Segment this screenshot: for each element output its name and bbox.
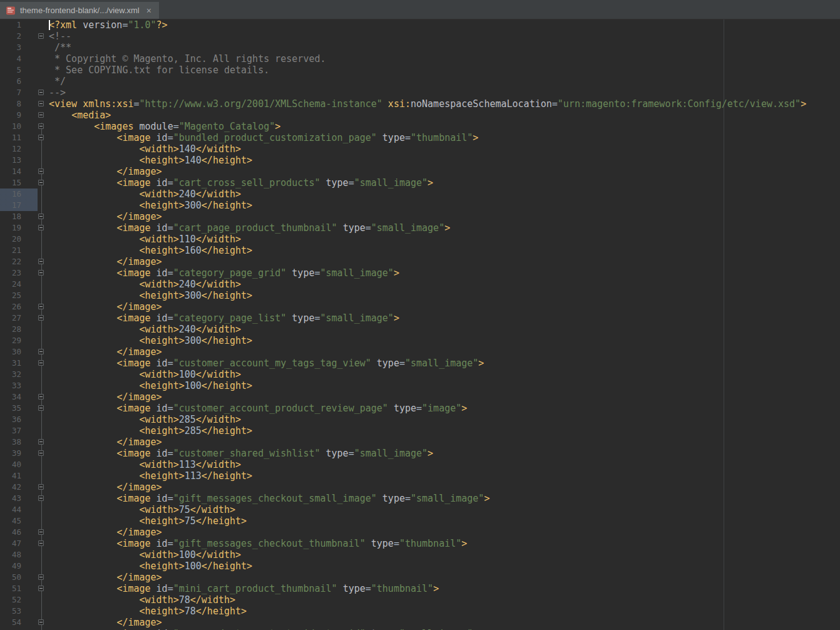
- code-line[interactable]: </image>: [49, 301, 840, 312]
- code-line[interactable]: <!--: [49, 31, 840, 42]
- fold-marker-icon[interactable]: [38, 538, 45, 549]
- line-number: 20: [0, 234, 21, 245]
- code-line[interactable]: <width>78</width>: [49, 594, 840, 606]
- tab-view-xml[interactable]: theme-frontend-blank/.../view.xml ×: [0, 2, 159, 19]
- fold-marker-icon[interactable]: [38, 527, 45, 538]
- code-line[interactable]: <width>240</width>: [49, 279, 840, 290]
- fold-marker-icon[interactable]: [38, 267, 45, 279]
- code-line[interactable]: <height>100</height>: [49, 380, 840, 391]
- code-line[interactable]: <image id="category_page_list" type="sma…: [49, 312, 840, 324]
- fold-marker-icon[interactable]: [38, 87, 45, 98]
- code-line[interactable]: <width>240</width>: [49, 188, 840, 200]
- fold-marker-icon[interactable]: [38, 572, 45, 583]
- code-line[interactable]: <width>285</width>: [49, 414, 840, 425]
- fold-marker-icon[interactable]: [38, 301, 45, 312]
- code-line[interactable]: <?xml version="1.0"?>: [49, 19, 840, 31]
- code-line[interactable]: <image id="customer_shared_wishlist" typ…: [49, 448, 840, 459]
- code-line[interactable]: -->: [49, 87, 840, 98]
- code-line[interactable]: </image>: [49, 482, 840, 493]
- fold-marker-icon[interactable]: [38, 436, 45, 448]
- line-number: 52: [0, 594, 21, 606]
- code-line[interactable]: <image id="cart_cross_sell_products" typ…: [49, 177, 840, 188]
- code-line[interactable]: <height>300</height>: [49, 335, 840, 346]
- code-line[interactable]: <image id="customer_account_my_tags_tag_…: [49, 358, 840, 369]
- fold-spacer: [38, 155, 45, 166]
- code-line[interactable]: <height>140</height>: [49, 155, 840, 166]
- code-line[interactable]: <image id="mini_cart_product_thumbnail" …: [49, 583, 840, 594]
- code-line[interactable]: */: [49, 76, 840, 87]
- fold-spacer: [38, 324, 45, 335]
- code-area[interactable]: <?xml version="1.0"?><!-- /** * Copyrigh…: [49, 19, 840, 630]
- fold-marker-icon[interactable]: [38, 31, 45, 42]
- fold-marker-icon[interactable]: [38, 121, 45, 132]
- tab-close-icon[interactable]: ×: [146, 6, 151, 15]
- code-line[interactable]: * See COPYING.txt for license details.: [49, 65, 840, 76]
- fold-marker-icon[interactable]: [38, 493, 45, 504]
- code-line[interactable]: </image>: [49, 211, 840, 222]
- fold-marker-icon[interactable]: [38, 98, 45, 110]
- code-line[interactable]: </image>: [49, 346, 840, 358]
- code-line[interactable]: <image id="gift_messages_checkout_small_…: [49, 493, 840, 504]
- fold-marker-icon[interactable]: [38, 222, 45, 234]
- code-line[interactable]: <image id="bundled_product_customization…: [49, 132, 840, 143]
- fold-marker-icon[interactable]: [38, 448, 45, 459]
- fold-spacer: [38, 515, 45, 527]
- code-line[interactable]: <media>: [49, 110, 840, 121]
- code-line[interactable]: </image>: [49, 572, 840, 583]
- fold-marker-icon[interactable]: [38, 132, 45, 143]
- code-line[interactable]: <image id="category_page_grid" type="sma…: [49, 267, 840, 279]
- code-line[interactable]: <width>113</width>: [49, 459, 840, 470]
- code-line[interactable]: <height>300</height>: [49, 200, 840, 211]
- fold-marker-icon[interactable]: [38, 403, 45, 414]
- fold-marker-icon[interactable]: [38, 346, 45, 358]
- code-line[interactable]: </image>: [49, 527, 840, 538]
- code-line[interactable]: <image id="customer_account_product_revi…: [49, 403, 840, 414]
- code-line[interactable]: </image>: [49, 166, 840, 177]
- code-line[interactable]: <image id="cart_page_product_thumbnail" …: [49, 222, 840, 234]
- fold-marker-icon[interactable]: [38, 617, 45, 628]
- code-line[interactable]: <height>113</height>: [49, 470, 840, 482]
- code-line[interactable]: <width>100</width>: [49, 369, 840, 380]
- line-number: 17: [0, 200, 21, 211]
- code-line[interactable]: * Copyright © Magento, Inc. All rights r…: [49, 53, 840, 65]
- fold-marker-icon[interactable]: [38, 583, 45, 594]
- fold-marker-icon[interactable]: [38, 211, 45, 222]
- code-line[interactable]: <height>78</height>: [49, 606, 840, 617]
- code-line[interactable]: <width>240</width>: [49, 324, 840, 335]
- code-line[interactable]: </image>: [49, 617, 840, 628]
- code-line[interactable]: </image>: [49, 391, 840, 403]
- line-number: 32: [0, 369, 21, 380]
- code-line[interactable]: /**: [49, 42, 840, 53]
- code-line[interactable]: <width>100</width>: [49, 549, 840, 560]
- text-caret: [49, 20, 50, 30]
- code-line[interactable]: <width>110</width>: [49, 234, 840, 245]
- code-line[interactable]: <width>75</width>: [49, 504, 840, 515]
- fold-marker-icon[interactable]: [38, 166, 45, 177]
- code-line[interactable]: <images module="Magento_Catalog">: [49, 121, 840, 132]
- line-number: 21: [0, 245, 21, 256]
- code-line[interactable]: <height>100</height>: [49, 560, 840, 572]
- line-number: 38: [0, 436, 21, 448]
- code-line[interactable]: <width>140</width>: [49, 143, 840, 155]
- line-number: 50: [0, 572, 21, 583]
- fold-marker-icon[interactable]: [38, 391, 45, 403]
- fold-spacer: [38, 606, 45, 617]
- code-line[interactable]: </image>: [49, 436, 840, 448]
- code-line[interactable]: <image id="gift_messages_checkout_thumbn…: [49, 538, 840, 549]
- code-line[interactable]: <height>160</height>: [49, 245, 840, 256]
- code-line[interactable]: <height>285</height>: [49, 425, 840, 436]
- fold-marker-icon[interactable]: [38, 177, 45, 188]
- line-number: 47: [0, 538, 21, 549]
- code-line[interactable]: <height>75</height>: [49, 515, 840, 527]
- fold-marker-icon[interactable]: [38, 482, 45, 493]
- fold-spacer: [38, 470, 45, 482]
- fold-marker-icon[interactable]: [38, 312, 45, 324]
- xml-file-icon: [6, 6, 16, 16]
- code-line[interactable]: <height>300</height>: [49, 290, 840, 301]
- fold-marker-icon[interactable]: [38, 110, 45, 121]
- code-line[interactable]: <view xmlns:xsi="http://www.w3.org/2001/…: [49, 98, 840, 110]
- fold-marker-icon[interactable]: [38, 358, 45, 369]
- code-line[interactable]: </image>: [49, 256, 840, 267]
- fold-marker-icon[interactable]: [38, 256, 45, 267]
- line-number: 2: [0, 31, 21, 42]
